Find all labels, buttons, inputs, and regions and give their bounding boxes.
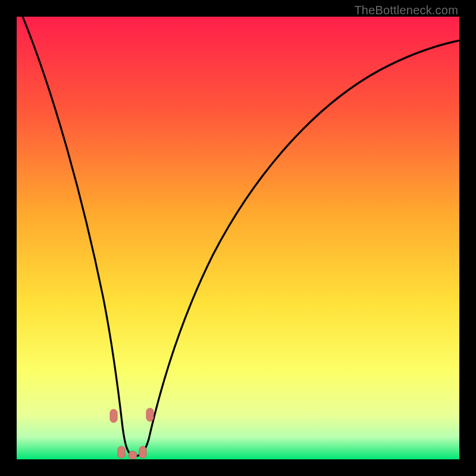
marker-left-upper [110,409,117,422]
marker-right-upper [146,408,154,421]
marker-bottom [129,451,137,459]
plot-area [17,17,459,459]
marker-right-lower [139,446,146,458]
curve-path [20,17,459,456]
watermark-text: TheBottleneck.com [354,4,458,17]
bottleneck-curve [17,17,459,459]
marker-left-lower [118,446,125,458]
chart-frame: TheBottleneck.com [0,0,476,476]
trough-markers [110,408,154,459]
